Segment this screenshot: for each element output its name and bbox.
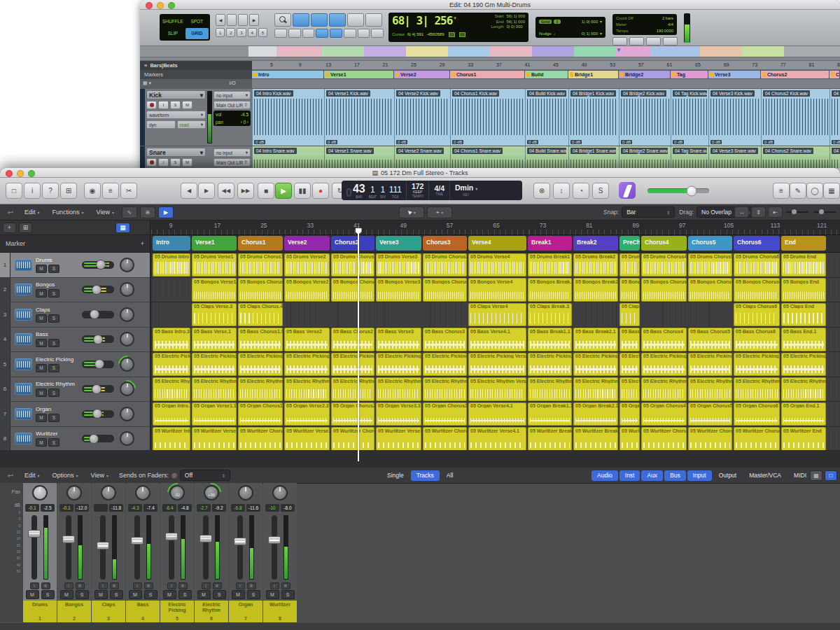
region[interactable]: 05 Bongos Chorus2: [331, 278, 374, 302]
region[interactable]: 05 Bongos Verse4: [468, 278, 526, 302]
region[interactable]: 05 Bongos Chorus1: [238, 278, 283, 302]
region[interactable]: 05 Bongos Break2: [573, 278, 618, 302]
catch-playhead-icon[interactable]: ▶: [158, 206, 174, 218]
tuner-icon[interactable]: ◔: [573, 183, 589, 199]
region[interactable]: 05 Electric Rhythm Break2: [573, 377, 618, 401]
filter-output-button[interactable]: Output: [713, 470, 743, 481]
pan-knob[interactable]: [272, 485, 288, 500]
zoom-preset-4[interactable]: 4: [248, 28, 257, 37]
main-counter[interactable]: 68| 3| 256 ▾ Start56| 1| 000End56| 1| 00…: [388, 13, 528, 42]
edit-mode-grid[interactable]: GRID: [186, 28, 209, 40]
region[interactable]: 05 Claps End: [781, 303, 826, 327]
mixer-channel-electric-picking[interactable]: -32-6.4-4.8IRMSElectric Picking5: [160, 483, 194, 622]
zoom-preset-5[interactable]: 5: [258, 28, 267, 37]
close-button[interactable]: [6, 170, 13, 177]
wide-strips-icon[interactable]: □: [825, 470, 837, 481]
marker-verse1[interactable]: Verse1: [324, 71, 393, 78]
audio-region[interactable]: 04 Chorus2 Snare.wav: [761, 146, 830, 168]
record-enable-button[interactable]: R: [41, 582, 50, 589]
region[interactable]: 05 Wurlitzer End: [781, 427, 826, 451]
fader-cap[interactable]: [28, 530, 41, 538]
waveform-zoom-icon[interactable]: ↔: [734, 206, 749, 218]
mute-button[interactable]: M: [266, 590, 279, 599]
section-marker-chorus5[interactable]: Chorus5: [688, 236, 732, 251]
go-to-beginning-button[interactable]: ◀: [181, 183, 197, 199]
marker-chorus2[interactable]: Chorus2: [761, 71, 829, 78]
region[interactable]: 05 Claps Break.3: [528, 303, 572, 327]
volume-slider[interactable]: [82, 261, 114, 269]
menu-options[interactable]: Options▾: [46, 468, 85, 483]
region[interactable]: 05 Wurlitzer Verse1: [192, 427, 237, 451]
region[interactable]: 05 Electric Rhythm Break1: [528, 377, 572, 401]
region[interactable]: 05 Wurlitzer PreCh: [620, 427, 640, 451]
filter-bus-button[interactable]: Bus: [664, 470, 686, 481]
mute-button[interactable]: M: [36, 388, 47, 397]
zoomer-tool[interactable]: [274, 13, 291, 27]
track-header-electric-picking[interactable]: 5Electric PickingMS: [0, 352, 150, 377]
back-icon[interactable]: ↩: [3, 206, 18, 218]
region[interactable]: 05 Electric Picking Break1: [528, 353, 572, 377]
region[interactable]: 05 Bass Chorus1.9: [238, 328, 283, 351]
mute-button[interactable]: M: [26, 590, 39, 599]
region[interactable]: 05 Bongos Verse3: [376, 278, 421, 302]
menu-functions[interactable]: Functions▾: [46, 204, 90, 220]
volume-knob[interactable]: [93, 335, 103, 344]
solo-button[interactable]: S: [48, 265, 59, 273]
mute-button[interactable]: M: [36, 289, 47, 298]
audio-region[interactable]: 04 Chorus1 Kick.wav0 dB: [450, 89, 525, 146]
mixer-channel-bongos[interactable]: -0.1-12.0IRMSBongos2: [57, 483, 91, 622]
solo-off-icon[interactable]: ⊗: [533, 183, 550, 199]
pan-knob[interactable]: +30: [204, 485, 219, 500]
zoom-out-arrow[interactable]: ◀: [216, 14, 225, 26]
input-monitor-button[interactable]: I: [64, 582, 74, 589]
fit-zoom-icon[interactable]: ⇤: [768, 206, 783, 218]
layered-edit-button[interactable]: [371, 29, 384, 38]
minimize-button[interactable]: [157, 2, 164, 9]
record-enable-button[interactable]: R: [281, 582, 290, 589]
region[interactable]: 05 Drums Chorus5: [688, 253, 732, 277]
grid-value[interactable]: 1| 0| 000: [582, 20, 598, 24]
region[interactable]: 05 Bongos Chorus3: [423, 278, 467, 302]
nudge-caret-icon[interactable]: ▾: [600, 31, 602, 36]
region[interactable]: 05 Electric Picking PreCh: [620, 353, 640, 377]
mirror-midi-button[interactable]: [344, 29, 356, 38]
region[interactable]: 05 Drums Chorus2: [331, 253, 374, 277]
region[interactable]: 05 Electric Rhythm Chorus1: [238, 377, 283, 401]
region[interactable]: 05 Electric Rhythm Chorus3: [423, 377, 467, 401]
track-header-bongos[interactable]: 2BongosMS: [0, 278, 150, 303]
automation-mode-select[interactable]: read▾: [177, 120, 206, 129]
region[interactable]: 05 Wurlitzer Verse2: [284, 427, 330, 451]
region[interactable]: 05 Electric Rhythm Chorus5: [688, 377, 732, 401]
lcd-key[interactable]: Dmin ▾ KEY: [450, 181, 482, 200]
region[interactable]: 05 Bongos Chorus6: [734, 278, 780, 302]
filter-aux-button[interactable]: Aux: [641, 470, 663, 481]
filter-inst-button[interactable]: Inst: [620, 470, 640, 481]
mute-button[interactable]: M: [182, 101, 192, 109]
left-click-tool[interactable]: ▶▾: [399, 206, 424, 218]
track-name[interactable]: Kick▾: [146, 90, 206, 99]
region[interactable]: 05 Bass Verse4.1: [468, 328, 526, 351]
section-marker-break1[interactable]: Break1: [528, 236, 572, 251]
menu-view[interactable]: View▾: [90, 204, 120, 220]
fader-cap[interactable]: [165, 533, 178, 540]
scrubber-tool[interactable]: [347, 13, 364, 27]
section-marker-verse3[interactable]: Verse3: [376, 236, 421, 251]
mixer-icon[interactable]: ≡: [102, 183, 119, 199]
stop-button[interactable]: ■: [258, 183, 274, 199]
mute-button[interactable]: M: [232, 590, 245, 599]
input-monitor-button[interactable]: I: [133, 582, 142, 589]
record-enable-button[interactable]: R: [76, 582, 85, 589]
record-enable-button[interactable]: R: [247, 582, 256, 589]
track-name[interactable]: Snare▾: [146, 148, 206, 157]
input-monitor-button[interactable]: I: [158, 101, 169, 109]
mute-button[interactable]: M: [94, 590, 108, 599]
solo-button[interactable]: S: [170, 158, 181, 167]
region[interactable]: 05 Organ Verse1.1: [192, 402, 237, 426]
edit-mode-shuffle[interactable]: SHUFFLE: [161, 15, 185, 27]
filter-audio-button[interactable]: Audio: [592, 470, 618, 481]
region[interactable]: 05 Bass Chorus2: [331, 328, 374, 351]
audio-region[interactable]: 04 Tag Kick.wav0 dB: [671, 89, 708, 146]
volume-slider[interactable]: [82, 335, 114, 343]
volume-slider[interactable]: [82, 286, 114, 293]
mute-button[interactable]: M: [36, 364, 47, 372]
